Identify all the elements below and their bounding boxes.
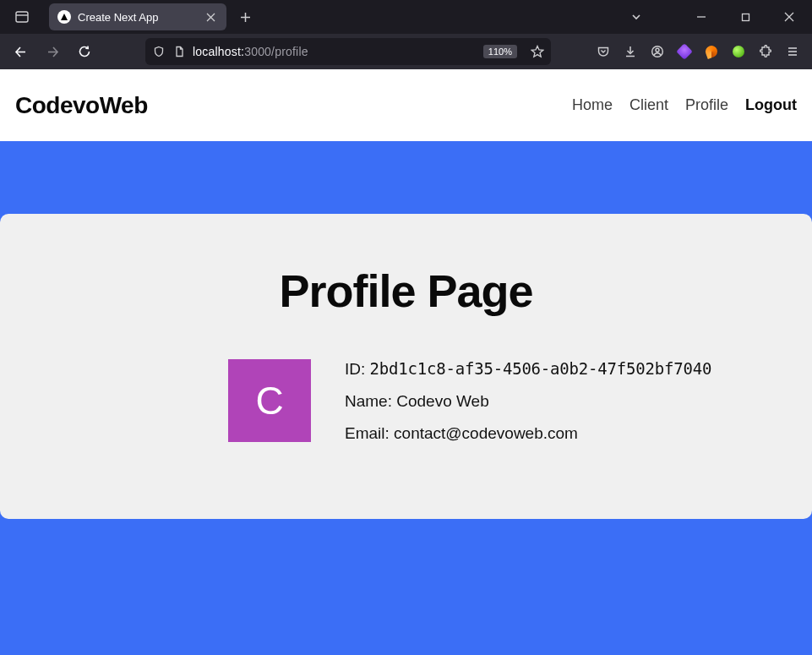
browser-tab[interactable]: Create Next App (49, 3, 226, 30)
page-info-icon[interactable] (172, 45, 186, 58)
page-viewport: CodevoWeb Home Client Profile Logout Pro… (0, 69, 812, 655)
extension-green-icon[interactable] (726, 39, 751, 64)
tab-title: Create Next App (78, 11, 191, 24)
bookmark-star-icon[interactable] (529, 43, 546, 60)
profile-card: Profile Page C ID: 2bd1c1c8-af35-4506-a0… (0, 214, 812, 519)
svg-marker-2 (61, 14, 68, 20)
svg-rect-0 (16, 12, 28, 22)
url-path: 3000/profile (244, 45, 308, 58)
browser-toolbar: localhost:3000/profile 110% (0, 34, 812, 69)
window-maximize-button[interactable] (726, 0, 765, 34)
profile-name: Name: Codevo Web (345, 392, 711, 411)
downloads-icon[interactable] (618, 39, 643, 64)
shield-icon (152, 45, 166, 58)
svg-marker-13 (531, 46, 543, 57)
nav-back-button[interactable] (7, 38, 34, 65)
panel-toggle-icon[interactable] (8, 3, 35, 30)
email-label: Email: (345, 424, 390, 442)
profile-details: ID: 2bd1c1c8-af35-4506-a0b2-47f502bf7040… (345, 359, 711, 443)
site-nav: Home Client Profile Logout (572, 96, 797, 114)
extensions-puzzle-icon[interactable] (753, 39, 778, 64)
profile-email: Email: contact@codevoweb.com (345, 424, 711, 443)
nav-link-logout[interactable]: Logout (745, 96, 797, 114)
name-label: Name: (345, 392, 392, 410)
name-value: Codevo Web (396, 392, 489, 410)
account-icon[interactable] (645, 39, 670, 64)
window-close-button[interactable] (770, 0, 809, 34)
nav-link-profile[interactable]: Profile (685, 96, 728, 114)
svg-point-17 (656, 48, 659, 52)
pocket-icon[interactable] (591, 39, 616, 64)
app-menu-button[interactable] (780, 39, 805, 64)
tabs-dropdown-button[interactable] (624, 5, 648, 29)
profile-row: C ID: 2bd1c1c8-af35-4506-a0b2-47f502bf70… (51, 359, 761, 443)
url-host: localhost: (193, 45, 244, 58)
nav-forward-button[interactable] (39, 38, 66, 65)
page-title: Profile Page (51, 265, 761, 317)
zoom-badge[interactable]: 110% (483, 45, 517, 58)
profile-id: ID: 2bd1c1c8-af35-4506-a0b2-47f502bf7040 (345, 359, 711, 379)
nav-link-home[interactable]: Home (572, 96, 613, 114)
svg-rect-8 (742, 14, 749, 20)
close-tab-button[interactable] (203, 9, 218, 25)
nav-link-client[interactable]: Client (629, 96, 668, 114)
extension-orange-icon[interactable] (699, 39, 724, 64)
id-label: ID: (345, 360, 365, 378)
window-titlebar: Create Next App (0, 0, 812, 34)
url-text: localhost:3000/profile (193, 45, 477, 58)
url-bar[interactable]: localhost:3000/profile 110% (145, 38, 551, 65)
avatar: C (228, 359, 311, 442)
id-value: 2bd1c1c8-af35-4506-a0b2-47f502bf7040 (370, 359, 712, 378)
site-header: CodevoWeb Home Client Profile Logout (0, 69, 812, 141)
window-minimize-button[interactable] (682, 0, 721, 34)
reload-button[interactable] (71, 38, 98, 65)
tab-favicon (57, 10, 71, 24)
extension-purple-icon[interactable] (672, 39, 697, 64)
site-brand[interactable]: CodevoWeb (15, 92, 148, 119)
email-value: contact@codevoweb.com (394, 424, 578, 442)
new-tab-button[interactable] (233, 5, 257, 29)
